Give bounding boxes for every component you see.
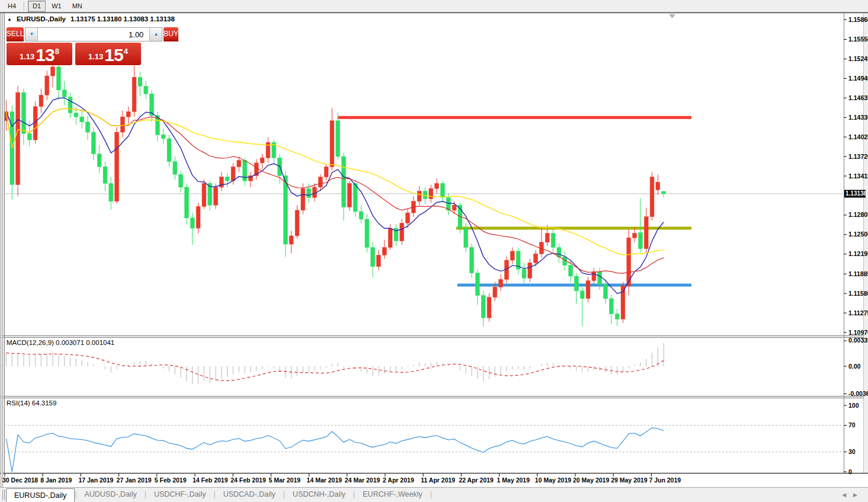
date-axis: 30 Dec 20188 Jan 201917 Jan 201927 Jan 2… xyxy=(0,475,868,487)
svg-text:1.13138: 1.13138 xyxy=(845,190,867,197)
buy-price-big: 15 xyxy=(104,47,123,63)
svg-text:1.12805: 1.12805 xyxy=(848,211,868,218)
svg-text:1.13415: 1.13415 xyxy=(848,172,868,180)
date-axis-label: 5 Feb 2019 xyxy=(155,477,187,484)
tab-usdcnh-daily[interactable]: USDCNH-,Daily xyxy=(285,488,353,502)
svg-text:100: 100 xyxy=(848,402,859,409)
date-axis-label: 14 Feb 2019 xyxy=(193,477,228,484)
date-axis-label: 8 Jan 2019 xyxy=(40,477,72,484)
tabbar-splitter-handle[interactable] xyxy=(2,490,5,500)
date-axis-label: 29 May 2019 xyxy=(611,477,647,484)
buy-price-pip: 4 xyxy=(124,47,128,56)
sell-price-prefix: 1.13 xyxy=(20,50,34,63)
svg-text:1.14940: 1.14940 xyxy=(848,75,868,82)
date-axis-label: 17 Jan 2019 xyxy=(78,477,113,484)
tab-separator: | xyxy=(430,488,432,502)
svg-text:1.15860: 1.15860 xyxy=(848,16,868,23)
tab-eurchf-weekly[interactable]: EURCHF-,Weekly xyxy=(355,488,430,502)
chart-ohlc-readout: 1.13175 1.13180 1.13083 1.13138 xyxy=(71,15,175,23)
sell-button[interactable]: SELL xyxy=(7,27,24,41)
date-axis-label: 11 Apr 2019 xyxy=(421,477,455,484)
macd-indicator-label: MACD(12,26,9) 0.003071 0.001041 xyxy=(7,339,114,346)
date-axis-label: 10 May 2019 xyxy=(535,477,571,484)
one-click-trade-panel: SELL ▼ ▲ BUY 1.13 13 8 1.13 15 4 xyxy=(7,27,141,65)
tab-audusd-daily[interactable]: AUDUSD-,Daily xyxy=(76,488,144,502)
date-axis-label: 27 Jan 2019 xyxy=(117,477,152,484)
date-axis-label: 14 Mar 2019 xyxy=(307,477,342,484)
svg-text:-0.003664: -0.003664 xyxy=(848,390,868,397)
svg-text:1.14330: 1.14330 xyxy=(848,114,868,121)
svg-text:1.12195: 1.12195 xyxy=(848,250,868,257)
sell-price-pip: 8 xyxy=(55,47,59,56)
sell-price-big: 13 xyxy=(36,47,54,63)
svg-text:1.13720: 1.13720 xyxy=(848,153,868,160)
chart-header: ▲ EURUSD-,Daily 1.13175 1.13180 1.13083 … xyxy=(7,15,175,23)
date-axis-label: 22 Apr 2019 xyxy=(459,477,494,484)
volume-stepper: ▼ ▲ xyxy=(25,27,162,41)
svg-text:1.12500: 1.12500 xyxy=(848,231,868,238)
svg-text:0.003392: 0.003392 xyxy=(848,337,868,344)
svg-text:1.15550: 1.15550 xyxy=(848,36,868,43)
tab-eurusd-daily[interactable]: EURUSD-,Daily xyxy=(6,488,75,502)
volume-decrease-icon[interactable]: ▼ xyxy=(25,28,38,41)
svg-text:1.11580: 1.11580 xyxy=(848,290,868,297)
date-axis-label: 7 Jun 2019 xyxy=(649,477,681,484)
svg-text:1.14635: 1.14635 xyxy=(848,94,868,101)
volume-increase-icon[interactable]: ▲ xyxy=(149,28,162,41)
date-axis-label: 24 Mar 2019 xyxy=(345,477,380,484)
date-axis-label: 30 Dec 2018 xyxy=(2,477,38,484)
svg-text:70: 70 xyxy=(848,421,856,429)
buy-price-box[interactable]: 1.13 15 4 xyxy=(75,43,141,65)
tab-usdcad-daily[interactable]: USDCAD-,Daily xyxy=(216,488,283,502)
trading-terminal: { "toolbar": { "timeframes": ["H4", "D1"… xyxy=(0,0,868,502)
buy-price-prefix: 1.13 xyxy=(88,50,103,63)
price-chart-canvas[interactable]: 1.158601.155501.152451.149401.146351.143… xyxy=(0,0,868,487)
date-axis-label: 20 May 2019 xyxy=(573,477,609,484)
window-left-edge xyxy=(1,13,3,487)
buy-button[interactable]: BUY xyxy=(164,27,178,41)
tabs-scroll-right-icon[interactable]: ▶ xyxy=(853,492,864,498)
svg-text:1.10970: 1.10970 xyxy=(848,329,868,336)
svg-text:1.11275: 1.11275 xyxy=(848,309,868,316)
date-axis-label: 24 Feb 2019 xyxy=(230,477,266,484)
svg-text:0.00: 0.00 xyxy=(848,363,861,370)
sell-price-box[interactable]: 1.13 13 8 xyxy=(7,43,72,65)
svg-text:1.14025: 1.14025 xyxy=(848,133,868,140)
svg-text:1.15245: 1.15245 xyxy=(848,55,868,62)
chart-symbol-title: EURUSD-,Daily xyxy=(17,15,66,23)
rsi-indicator-label: RSI(14) 64.3159 xyxy=(7,399,56,407)
date-axis-label: 1 May 2019 xyxy=(497,477,530,484)
volume-input[interactable] xyxy=(38,28,149,41)
tabs-scroll-left-icon[interactable]: ◀ xyxy=(842,492,853,498)
symbol-tabbar: EURUSD-,Daily|AUDUSD-,Daily|USDCHF-,Dail… xyxy=(0,487,868,502)
date-axis-label: 5 Mar 2019 xyxy=(268,477,300,484)
svg-text:30: 30 xyxy=(848,448,856,455)
svg-text:0: 0 xyxy=(848,468,852,475)
date-axis-label: 2 Apr 2019 xyxy=(383,477,414,484)
tab-usdchf-daily[interactable]: USDCHF-,Daily xyxy=(146,488,214,502)
svg-text:1.11885: 1.11885 xyxy=(848,270,868,277)
collapse-panel-icon[interactable]: ▲ xyxy=(7,17,12,22)
